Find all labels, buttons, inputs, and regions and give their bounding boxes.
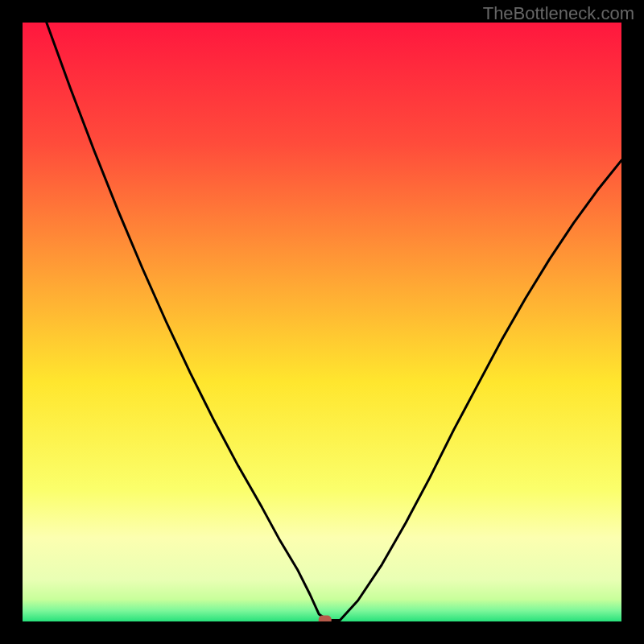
chart-svg (23, 23, 621, 621)
trough-marker (319, 616, 332, 622)
watermark-text: TheBottleneck.com (483, 3, 634, 24)
plot-area (23, 23, 621, 621)
gradient-background (23, 23, 621, 621)
